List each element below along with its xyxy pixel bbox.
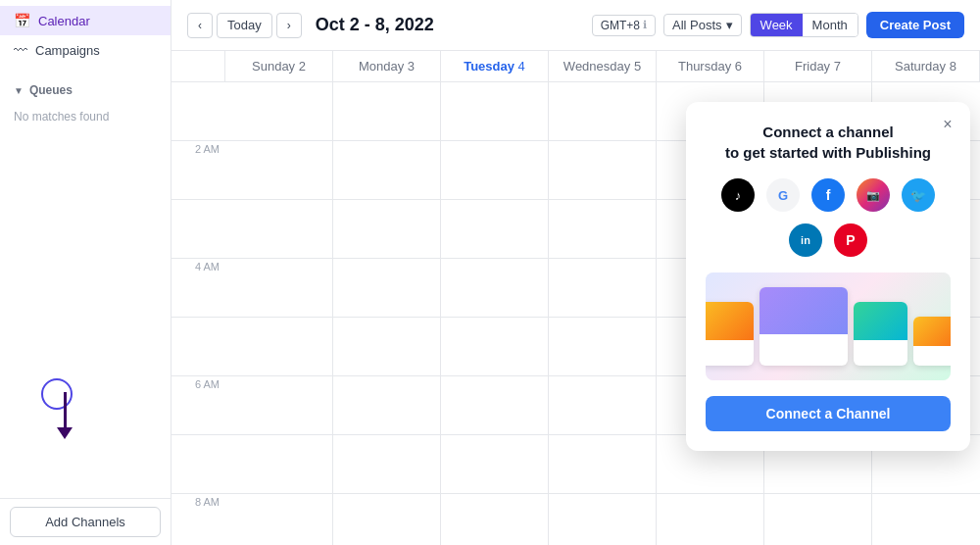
connect-channel-button[interactable]: Connect a Channel [706, 396, 951, 431]
day-header-sunday: Sunday 2 [225, 51, 333, 81]
day-header-wednesday: Wednesday 5 [549, 51, 657, 81]
linkedin-icon[interactable]: in [789, 223, 822, 257]
time-slot-empty3 [172, 435, 225, 494]
next-button[interactable]: › [276, 13, 302, 38]
create-post-button[interactable]: Create Post [866, 12, 964, 38]
sidebar-campaigns-label: Campaigns [35, 43, 100, 58]
campaigns-icon: 〰 [14, 42, 27, 58]
instagram-icon[interactable]: 📷 [857, 178, 890, 212]
nav-buttons: ‹ Today › [187, 13, 302, 38]
day-header-tuesday: Tuesday 4 [441, 51, 549, 81]
pinterest-icon[interactable]: P [834, 223, 867, 257]
day-col-tuesday[interactable] [441, 82, 549, 545]
header-spacer [172, 51, 225, 81]
preview-card-small [913, 317, 952, 366]
prev-button[interactable]: ‹ [187, 13, 213, 38]
calendar-grid: Sunday 2 Monday 3 Tuesday 4 Wednesday 5 … [172, 51, 980, 545]
time-slot-8am: 8 AM [172, 494, 225, 545]
header-right: GMT+8 ℹ All Posts ▾ Week Month Create Po… [592, 12, 964, 38]
popup-social-icons: ♪ G f 📷 🐦 in P [706, 178, 951, 257]
sidebar: 📅 Calendar 〰 Campaigns ▼ Queues No match… [0, 0, 172, 545]
week-view-button[interactable]: Week [751, 14, 803, 36]
sidebar-item-calendar[interactable]: 📅 Calendar [0, 6, 171, 35]
day-headers-row: Sunday 2 Monday 3 Tuesday 4 Wednesday 5 … [172, 51, 980, 82]
day-col-wednesday[interactable] [549, 82, 657, 545]
preview-card-right [854, 302, 907, 366]
month-view-button[interactable]: Month [803, 14, 858, 36]
day-col-monday[interactable] [333, 82, 441, 545]
preview-cards [706, 279, 951, 373]
filter-label: All Posts [672, 18, 722, 32]
view-toggle: Week Month [750, 13, 858, 37]
date-range-label: Oct 2 - 8, 2022 [316, 15, 434, 35]
sidebar-item-campaigns[interactable]: 〰 Campaigns [0, 35, 171, 65]
all-posts-filter[interactable]: All Posts ▾ [663, 14, 742, 36]
google-icon[interactable]: G [766, 178, 800, 212]
tiktok-icon[interactable]: ♪ [721, 178, 755, 212]
main-content: ‹ Today › Oct 2 - 8, 2022 GMT+8 ℹ All Po… [172, 0, 980, 545]
time-slot-4am: 4 AM [172, 259, 225, 318]
gmt-label: GMT+8 [601, 19, 640, 32]
gmt-info-icon: ℹ [643, 19, 647, 31]
add-channels-bar: Add Channels [0, 498, 171, 545]
queues-label: Queues [29, 83, 73, 97]
calendar-icon: 📅 [14, 13, 30, 28]
cursor-arrow [57, 392, 73, 439]
add-channels-button[interactable]: Add Channels [10, 507, 161, 537]
time-slot [172, 82, 225, 141]
twitter-icon[interactable]: 🐦 [902, 178, 935, 212]
sidebar-calendar-label: Calendar [38, 14, 90, 28]
day-header-thursday: Thursday 6 [657, 51, 764, 81]
chevron-down-icon: ▼ [14, 85, 24, 96]
popup-title: Connect a channel to get started with Pu… [706, 122, 951, 163]
preview-card-left [706, 302, 754, 366]
time-slot-2am: 2 AM [172, 141, 225, 200]
facebook-icon[interactable]: f [811, 178, 845, 212]
filter-chevron-icon: ▾ [726, 18, 733, 32]
calendar-header: ‹ Today › Oct 2 - 8, 2022 GMT+8 ℹ All Po… [172, 0, 980, 51]
day-header-friday: Friday 7 [764, 51, 872, 81]
time-slot-6am: 6 AM [172, 376, 225, 435]
day-header-saturday: Saturday 8 [872, 51, 980, 81]
preview-card-main [760, 287, 848, 366]
day-header-monday: Monday 3 [333, 51, 441, 81]
connect-channel-popup: × Connect a channel to get started with … [686, 102, 970, 451]
preview-illustration [706, 272, 951, 380]
time-slot-empty2 [172, 318, 225, 376]
popup-close-button[interactable]: × [937, 114, 958, 135]
popup-preview-image [706, 272, 951, 380]
time-slot-empty1 [172, 200, 225, 259]
calendar-body: 2 AM 4 AM 6 AM 8 AM 10 AM [172, 82, 980, 545]
time-gutter: 2 AM 4 AM 6 AM 8 AM 10 AM [172, 82, 225, 545]
gmt-timezone-selector[interactable]: GMT+8 ℹ [592, 15, 656, 36]
queues-section-header[interactable]: ▼ Queues [0, 76, 171, 104]
today-button[interactable]: Today [217, 13, 272, 38]
no-matches-text: No matches found [0, 104, 171, 129]
day-col-sunday[interactable] [225, 82, 333, 545]
